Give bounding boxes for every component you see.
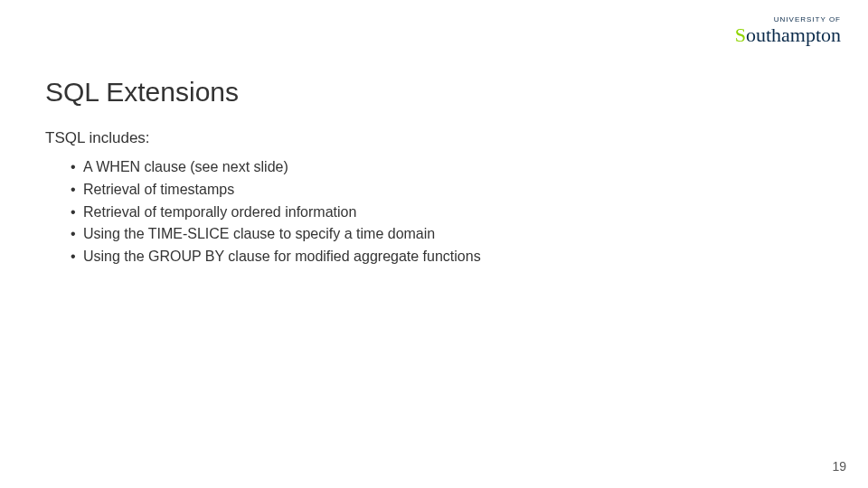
list-item: Using the TIME-SLICE clause to specify a…	[71, 223, 823, 246]
logo-rest: outhampton	[746, 23, 841, 46]
list-item: Retrieval of timestamps	[71, 179, 823, 202]
list-item: Using the GROUP BY clause for modified a…	[71, 246, 823, 268]
list-item: A WHEN clause (see next slide)	[71, 156, 823, 179]
logo-superscript: UNIVERSITY OF	[735, 16, 841, 23]
logo-accent-letter: S	[735, 23, 746, 46]
university-logo: UNIVERSITY OF Southampton	[735, 16, 841, 45]
slide-title: SQL Extensions	[45, 77, 823, 108]
slide-content: SQL Extensions TSQL includes: A WHEN cla…	[45, 77, 823, 268]
list-item: Retrieval of temporally ordered informat…	[71, 202, 823, 224]
slide-intro: TSQL includes:	[45, 129, 823, 147]
logo-wordmark: Southampton	[735, 25, 841, 45]
page-number: 19	[832, 459, 846, 474]
bullet-list: A WHEN clause (see next slide) Retrieval…	[71, 156, 823, 268]
